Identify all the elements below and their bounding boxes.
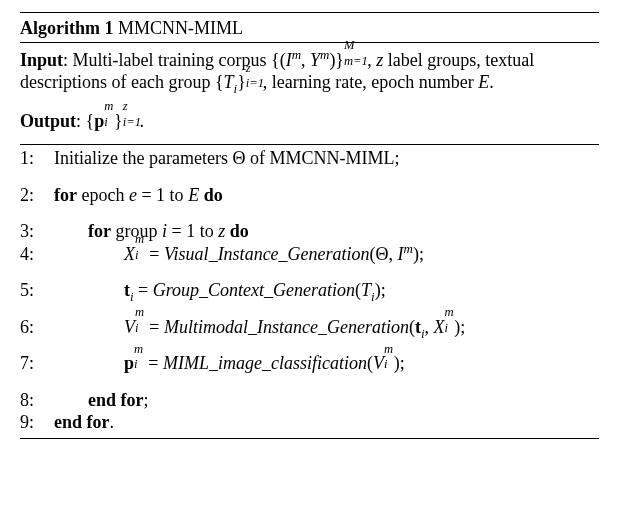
E-var: E <box>478 72 489 92</box>
input-text-a: : Multi-label training corpus <box>63 50 271 70</box>
rule-top <box>20 12 599 13</box>
step-3: 3: for group i = 1 to z do <box>20 220 599 243</box>
step-num: 3: <box>20 220 54 243</box>
step-num: 1: <box>20 147 54 170</box>
step-num: 4: <box>20 243 54 266</box>
step-num: 8: <box>20 389 54 412</box>
step-num: 2: <box>20 184 54 207</box>
step-9: 9: end for. <box>20 411 599 434</box>
step-num: 6: <box>20 316 54 339</box>
rule-bottom <box>20 438 599 439</box>
input-section: Input: Multi-label training corpus {(Im,… <box>20 43 599 100</box>
algorithm-name: MMCNN-MIML <box>118 18 243 38</box>
output-label: Output <box>20 111 76 131</box>
output-expr: {pmim}zi=1i=1 <box>86 111 140 131</box>
corpus-set: {(Im, Ym)}Mm=1m=1 <box>271 50 367 70</box>
step-num: 5: <box>20 279 54 302</box>
step-2: 2: for epoch e = 1 to E do <box>20 184 599 207</box>
step-5: 5: ti = Group_Context_Generation(Ti); <box>20 279 599 302</box>
step-6: 6: Vmim = Multimodal_Instance_Generation… <box>20 316 599 339</box>
group-texts: {Ti}zi=1i=1 <box>215 72 263 92</box>
step-8: 8: end for; <box>20 389 599 412</box>
step-num: 9: <box>20 411 54 434</box>
step-num: 7: <box>20 352 54 375</box>
step-1: 1: Initialize the parameters Θ of MMCNN-… <box>20 147 599 170</box>
algorithm-title-line: Algorithm 1 MMCNN-MIML <box>20 15 599 42</box>
input-label: Input <box>20 50 63 70</box>
algorithm-label: Algorithm 1 <box>20 18 114 38</box>
input-text-c: , learning rate, epoch number <box>263 72 478 92</box>
step-4: 4: Xmim = Visual_Instance_Generation(Θ, … <box>20 243 599 266</box>
output-section: Output: {pmim}zi=1i=1. <box>20 100 599 145</box>
step-7: 7: pmim = MIML_image_classification(Vmim… <box>20 352 599 375</box>
algorithm-steps: 1: Initialize the parameters Θ of MMCNN-… <box>20 145 599 434</box>
theta: Θ <box>232 148 245 168</box>
